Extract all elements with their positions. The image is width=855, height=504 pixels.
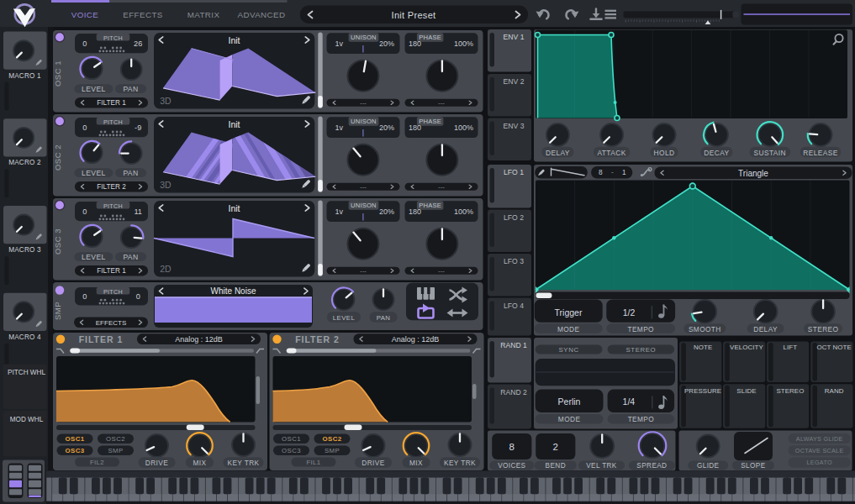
svg-text:Init: Init [228,35,240,45]
svg-text:RAND 2: RAND 2 [500,388,527,396]
svg-text:0: 0 [136,292,140,301]
svg-text:PHASE: PHASE [419,202,441,209]
svg-text:100%: 100% [454,123,473,132]
svg-text:MACRO 3: MACRO 3 [8,246,41,254]
svg-text:Perlin: Perlin [558,396,581,407]
svg-text:2: 2 [553,442,558,452]
svg-text:KEY TRK: KEY TRK [227,459,259,467]
svg-text:VEL TRK: VEL TRK [586,462,617,470]
svg-text:PITCH WHL: PITCH WHL [8,369,45,376]
svg-text:Analog : 12dB: Analog : 12dB [175,335,223,344]
svg-text:SMP: SMP [325,447,340,454]
svg-text:OSC3: OSC3 [66,447,85,454]
svg-text:UNISON: UNISON [351,34,377,41]
svg-text:PHASE: PHASE [419,34,441,41]
svg-text:KEY TRK: KEY TRK [444,459,476,467]
svg-text:VELOCITY: VELOCITY [730,344,763,351]
svg-text:0: 0 [82,39,87,48]
svg-text:---: --- [438,183,445,191]
svg-text:180: 180 [409,39,421,48]
svg-text:OSC2: OSC2 [323,435,342,443]
svg-text:-9: -9 [135,123,141,132]
svg-text:TEMPO: TEMPO [627,325,654,333]
svg-text:MATRIX: MATRIX [187,10,220,19]
svg-text:Trigger: Trigger [555,307,583,318]
svg-text:BEND: BEND [546,462,566,470]
svg-text:PHASE: PHASE [419,118,441,125]
svg-text:STEREO: STEREO [626,346,657,354]
svg-text:FILTER 2: FILTER 2 [295,334,340,344]
svg-text:180: 180 [409,207,421,216]
svg-text:ENV 3: ENV 3 [504,122,525,130]
svg-text:2D: 2D [160,264,172,274]
svg-text:DRIVE: DRIVE [362,459,384,467]
svg-text:OSC1: OSC1 [282,435,301,443]
svg-text:OSC 2: OSC 2 [53,144,62,171]
svg-text:FILTER 1: FILTER 1 [79,334,124,344]
svg-text:ADVANCED: ADVANCED [238,10,286,19]
svg-text:OSC 3: OSC 3 [53,228,62,255]
svg-text:100%: 100% [454,207,473,216]
svg-text:DECAY: DECAY [704,149,729,157]
svg-text:---: --- [438,267,445,275]
svg-text:ENV 1: ENV 1 [504,33,525,41]
svg-text:26: 26 [134,39,142,48]
svg-text:MIX: MIX [193,459,207,467]
svg-text:0: 0 [82,123,87,132]
svg-text:ENV 2: ENV 2 [504,77,525,86]
svg-text:LEVEL: LEVEL [82,253,106,261]
svg-text:100%: 100% [454,39,473,48]
svg-text:SYNC: SYNC [559,346,579,354]
svg-text:PITCH: PITCH [103,288,123,296]
svg-text:1/2: 1/2 [623,307,636,318]
svg-text:---: --- [360,267,367,275]
svg-text:Init: Init [228,203,240,213]
svg-text:PAN: PAN [123,85,138,93]
svg-text:DELAY: DELAY [753,325,778,333]
svg-text:3D: 3D [160,180,172,190]
svg-text:OSC 1: OSC 1 [53,60,62,87]
svg-text:FIL2: FIL2 [90,459,104,466]
svg-text:---: --- [438,99,445,107]
svg-text:PAN: PAN [123,169,138,177]
svg-text:OSC2: OSC2 [106,435,125,443]
svg-text:PITCH: PITCH [103,118,123,126]
svg-text:-: - [611,168,614,176]
svg-text:MACRO 4: MACRO 4 [8,333,41,341]
svg-text:RAND 1: RAND 1 [500,341,527,349]
svg-text:SPREAD: SPREAD [636,462,667,470]
svg-text:PAN: PAN [123,253,138,261]
svg-text:STEREO: STEREO [808,325,839,333]
svg-text:ALWAYS GLIDE: ALWAYS GLIDE [796,435,843,443]
svg-text:DRIVE: DRIVE [145,459,168,467]
svg-text:LEGATO: LEGATO [807,459,832,466]
svg-text:1: 1 [622,168,626,176]
svg-text:11: 11 [134,207,142,216]
svg-text:1v: 1v [335,207,344,216]
svg-text:LEVEL: LEVEL [333,314,356,322]
svg-text:FILTER 2: FILTER 2 [97,183,126,191]
svg-text:8: 8 [509,442,515,452]
svg-text:UNISON: UNISON [351,118,377,125]
svg-text:Analog : 12dB: Analog : 12dB [392,335,440,344]
svg-text:DELAY: DELAY [546,149,570,157]
svg-text:3D: 3D [160,96,172,106]
svg-text:MODE: MODE [557,325,580,333]
svg-text:20%: 20% [379,39,394,48]
svg-text:Init Preset: Init Preset [392,10,436,20]
svg-text:Triangle: Triangle [738,169,768,178]
svg-text:180: 180 [409,123,421,132]
svg-text:PAN: PAN [377,314,391,322]
svg-text:0: 0 [82,207,87,216]
svg-text:PITCH: PITCH [103,202,123,210]
svg-text:20%: 20% [379,207,394,216]
svg-text:LFO 2: LFO 2 [504,213,524,222]
svg-text:MACRO 2: MACRO 2 [8,159,41,166]
svg-text:SMOOTH: SMOOTH [689,325,721,333]
svg-text:STEREO: STEREO [776,387,804,395]
svg-text:20%: 20% [379,123,394,132]
svg-text:EFFECTS: EFFECTS [123,10,162,19]
svg-text:MODE: MODE [558,415,581,423]
svg-text:PITCH: PITCH [103,34,123,42]
svg-text:---: --- [360,99,367,107]
